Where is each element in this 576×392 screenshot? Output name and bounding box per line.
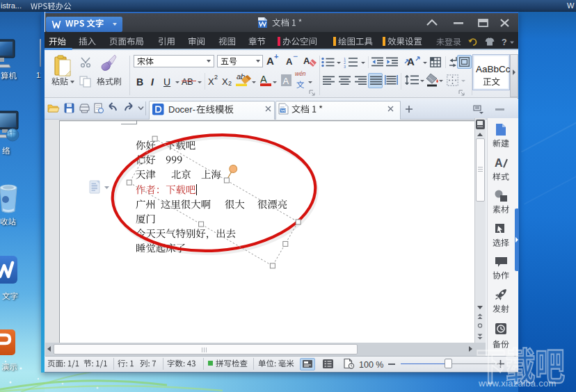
svg-text:A: A [495, 157, 503, 169]
svg-text:?: ? [502, 38, 507, 47]
svg-text:3: 3 [344, 65, 346, 69]
